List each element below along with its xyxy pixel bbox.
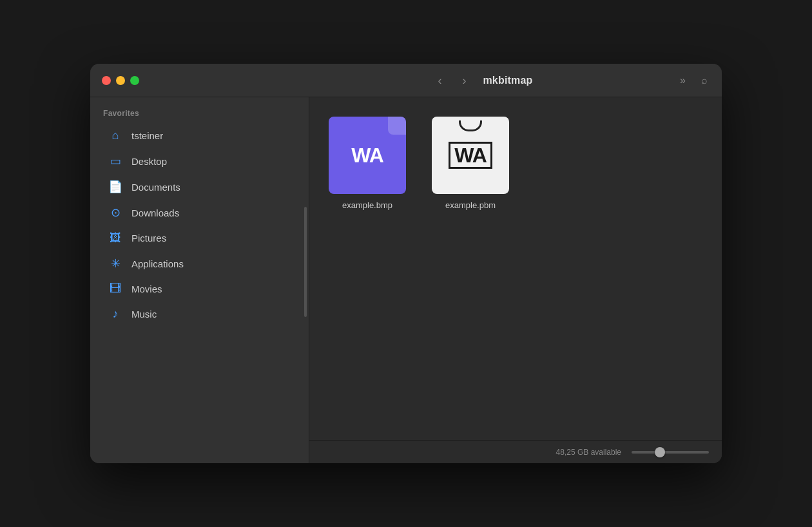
file-item-pbm[interactable]: WA example.pbm xyxy=(432,117,509,210)
main-content: Favorites ⌂ tsteiner ▭ Desktop 📄 Documen… xyxy=(90,97,722,463)
sidebar-item-pictures[interactable]: 🖼 Pictures xyxy=(95,226,304,250)
sidebar-item-documents[interactable]: 📄 Documents xyxy=(95,175,304,199)
pbm-wa-label: WA xyxy=(449,142,492,169)
sidebar-label-applications: Applications xyxy=(131,258,184,269)
music-icon: ♪ xyxy=(108,307,122,321)
back-button[interactable]: ‹ xyxy=(434,72,445,89)
file-name-pbm: example.pbm xyxy=(445,200,496,210)
maximize-button[interactable] xyxy=(130,76,139,85)
sidebar-label-tsteiner: tsteiner xyxy=(131,130,163,141)
sidebar-label-documents: Documents xyxy=(131,182,180,193)
storage-status: 48,25 GB available xyxy=(556,448,621,457)
sidebar-item-downloads[interactable]: ⊙ Downloads xyxy=(95,200,304,225)
titlebar: ‹ › mkbitmap » ⌕ xyxy=(90,64,722,97)
sidebar-section-favorites: Favorites xyxy=(90,97,309,123)
forward-button[interactable]: › xyxy=(458,72,470,89)
file-thumbnail-bmp: WA xyxy=(329,117,406,194)
window-title: mkbitmap xyxy=(483,75,532,86)
traffic-lights xyxy=(90,76,309,85)
search-button[interactable]: ⌕ xyxy=(699,72,710,89)
sidebar-label-downloads: Downloads xyxy=(131,207,179,218)
slider-track xyxy=(632,451,709,454)
size-slider[interactable] xyxy=(632,451,709,454)
movies-icon: 🎞 xyxy=(108,282,122,296)
sidebar-item-music[interactable]: ♪ Music xyxy=(95,302,304,326)
statusbar: 48,25 GB available xyxy=(309,440,722,463)
downloads-icon: ⊙ xyxy=(108,206,122,220)
documents-icon: 📄 xyxy=(108,180,122,194)
sidebar-label-pictures: Pictures xyxy=(131,233,166,244)
sidebar-item-tsteiner[interactable]: ⌂ tsteiner xyxy=(95,124,304,148)
file-item-bmp[interactable]: WA example.bmp xyxy=(329,117,406,210)
bmp-wa-label: WA xyxy=(351,144,383,168)
pictures-icon: 🖼 xyxy=(108,231,122,245)
minimize-button[interactable] xyxy=(116,76,125,85)
home-icon: ⌂ xyxy=(108,129,122,142)
sidebar-scrollbar[interactable] xyxy=(304,207,307,316)
close-button[interactable] xyxy=(102,76,111,85)
sidebar-item-desktop[interactable]: ▭ Desktop xyxy=(95,149,304,173)
file-name-bmp: example.bmp xyxy=(342,200,392,210)
file-grid: WA example.bmp WA example.pbm xyxy=(309,97,722,440)
sidebar-label-movies: Movies xyxy=(131,283,162,294)
file-area: WA example.bmp WA example.pbm 48,25 GB a… xyxy=(309,97,722,463)
sidebar: Favorites ⌂ tsteiner ▭ Desktop 📄 Documen… xyxy=(90,97,309,463)
finder-window: ‹ › mkbitmap » ⌕ Favorites ⌂ tsteiner ▭ … xyxy=(90,64,722,463)
titlebar-center: ‹ › mkbitmap xyxy=(309,72,657,89)
sidebar-item-applications[interactable]: ✳ Applications xyxy=(95,251,304,276)
more-views-button[interactable]: » xyxy=(677,72,688,89)
titlebar-right: » ⌕ xyxy=(657,72,722,89)
sidebar-label-desktop: Desktop xyxy=(131,156,167,167)
sidebar-label-music: Music xyxy=(131,309,157,320)
sidebar-item-movies[interactable]: 🎞 Movies xyxy=(95,277,304,301)
slider-thumb xyxy=(655,447,665,457)
file-thumbnail-pbm: WA xyxy=(432,117,509,194)
applications-icon: ✳ xyxy=(108,256,122,271)
desktop-icon: ▭ xyxy=(108,154,122,168)
